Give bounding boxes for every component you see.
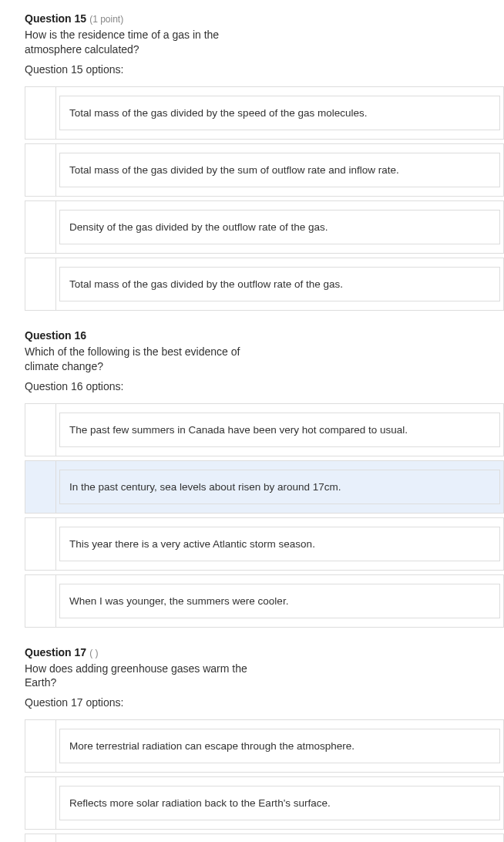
option-text-cell[interactable]: Total mass of the gas divided by the spe… bbox=[56, 86, 504, 139]
option-text: When I was younger, the summers were coo… bbox=[59, 584, 500, 618]
question-number: Question 15(1 point) bbox=[25, 12, 504, 25]
option-radio-cell[interactable] bbox=[25, 200, 56, 253]
question-block: Question 15(1 point)How is the residence… bbox=[25, 12, 504, 311]
option-radio-cell[interactable] bbox=[25, 403, 56, 456]
option-radio-cell[interactable] bbox=[25, 460, 56, 513]
question-text: How is the residence time of a gas in th… bbox=[25, 28, 271, 57]
option-radio-cell[interactable] bbox=[25, 517, 56, 570]
option-text-cell[interactable]: In the past century, sea levels about ri… bbox=[56, 460, 504, 513]
option-text: Total mass of the gas divided by the sum… bbox=[59, 153, 500, 187]
question-text: Which of the following is the best evide… bbox=[25, 345, 271, 374]
option-text: This year there is a very active Atlanti… bbox=[59, 527, 500, 561]
option-radio-cell[interactable] bbox=[25, 834, 56, 842]
question-block: Question 16 Which of the following is th… bbox=[25, 329, 504, 628]
option-text-cell[interactable]: Total mass of the gas divided by the sum… bbox=[56, 143, 504, 196]
option-row[interactable]: Total mass of the gas divided by the out… bbox=[25, 258, 504, 310]
option-text-cell[interactable]: When I was younger, the summers were coo… bbox=[56, 574, 504, 627]
option-text: Reflects more solar radiation back to th… bbox=[59, 786, 500, 820]
question-number-text: Question 15 bbox=[25, 12, 86, 25]
option-row[interactable]: The past few summers in Canada have been… bbox=[25, 403, 504, 456]
option-radio-cell[interactable] bbox=[25, 258, 56, 310]
option-row[interactable]: Reflects more solar radiation back to th… bbox=[25, 777, 504, 830]
option-row[interactable]: When I was younger, the summers were coo… bbox=[25, 574, 504, 627]
question-number: Question 17( ) bbox=[25, 646, 504, 658]
option-row[interactable]: Makes the atmosphere more opaque in the … bbox=[25, 834, 504, 842]
question-block: Question 17( )How does adding greenhouse… bbox=[25, 646, 504, 842]
option-row[interactable]: Density of the gas divided by the outflo… bbox=[25, 200, 504, 253]
option-text-cell[interactable]: Density of the gas divided by the outflo… bbox=[56, 200, 504, 253]
option-text: Total mass of the gas divided by the out… bbox=[59, 267, 500, 301]
options-table: The past few summers in Canada have been… bbox=[25, 403, 504, 628]
options-label: Question 15 options: bbox=[25, 63, 504, 76]
option-text-cell[interactable]: The past few summers in Canada have been… bbox=[56, 403, 504, 456]
question-points: ( ) bbox=[89, 648, 98, 658]
option-radio-cell[interactable] bbox=[25, 143, 56, 196]
options-table: Total mass of the gas divided by the spe… bbox=[25, 86, 504, 311]
question-number: Question 16 bbox=[25, 329, 504, 342]
option-radio-cell[interactable] bbox=[25, 86, 56, 139]
option-text: Total mass of the gas divided by the spe… bbox=[59, 96, 500, 130]
option-text-cell[interactable]: Reflects more solar radiation back to th… bbox=[56, 777, 504, 830]
option-text-cell[interactable]: Makes the atmosphere more opaque in the … bbox=[56, 834, 504, 842]
option-row[interactable]: More terrestrial radiation can escape th… bbox=[25, 720, 504, 773]
question-text: How does adding greenhouse gases warm th… bbox=[25, 662, 271, 691]
option-row[interactable]: Total mass of the gas divided by the sum… bbox=[25, 143, 504, 196]
option-text: Density of the gas divided by the outflo… bbox=[59, 210, 500, 244]
question-number-text: Question 17 bbox=[25, 646, 86, 658]
option-row[interactable]: This year there is a very active Atlanti… bbox=[25, 517, 504, 570]
option-text-cell[interactable]: Total mass of the gas divided by the out… bbox=[56, 258, 504, 310]
option-radio-cell[interactable] bbox=[25, 777, 56, 830]
question-number-text: Question 16 bbox=[25, 329, 86, 342]
option-radio-cell[interactable] bbox=[25, 574, 56, 627]
option-row[interactable]: Total mass of the gas divided by the spe… bbox=[25, 86, 504, 139]
option-text: More terrestrial radiation can escape th… bbox=[59, 729, 500, 763]
option-text-cell[interactable]: More terrestrial radiation can escape th… bbox=[56, 720, 504, 773]
option-radio-cell[interactable] bbox=[25, 720, 56, 773]
quiz-root: Question 15(1 point)How is the residence… bbox=[25, 12, 504, 842]
options-table: More terrestrial radiation can escape th… bbox=[25, 719, 504, 842]
options-label: Question 17 options: bbox=[25, 696, 504, 709]
options-label: Question 16 options: bbox=[25, 380, 504, 392]
option-text: The past few summers in Canada have been… bbox=[59, 413, 500, 447]
option-text: In the past century, sea levels about ri… bbox=[59, 470, 500, 504]
option-text-cell[interactable]: This year there is a very active Atlanti… bbox=[56, 517, 504, 570]
question-points: (1 point) bbox=[89, 14, 123, 25]
option-row[interactable]: In the past century, sea levels about ri… bbox=[25, 460, 504, 513]
